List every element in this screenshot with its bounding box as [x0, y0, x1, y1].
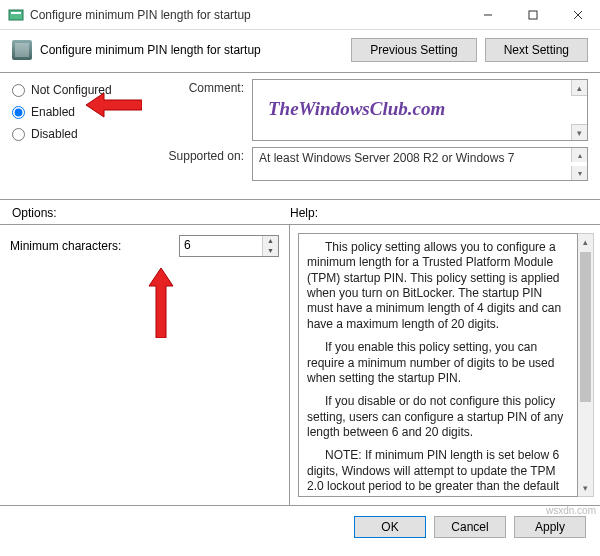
comment-label: Comment:	[167, 79, 252, 141]
help-p2: If you enable this policy setting, you c…	[307, 340, 569, 386]
policy-header-icon	[12, 40, 32, 60]
help-scroll-up[interactable]: ▴	[578, 234, 593, 250]
radio-enabled-label: Enabled	[31, 105, 75, 119]
help-p1: This policy setting allows you to config…	[307, 240, 569, 332]
supported-on-box: At least Windows Server 2008 R2 or Windo…	[252, 147, 588, 181]
policy-icon	[8, 7, 24, 23]
radio-not-configured-label: Not Configured	[31, 83, 112, 97]
comment-scroll-up[interactable]: ▴	[571, 80, 587, 96]
apply-button[interactable]: Apply	[514, 516, 586, 538]
radio-disabled-input[interactable]	[12, 128, 25, 141]
svg-rect-0	[9, 10, 23, 20]
minimum-characters-value[interactable]: 6	[180, 236, 262, 256]
maximize-button[interactable]	[510, 0, 555, 29]
policy-header-title: Configure minimum PIN length for startup	[40, 43, 351, 57]
help-scrollbar[interactable]: ▴ ▾	[578, 233, 594, 497]
supported-scroll-up[interactable]: ▴	[571, 148, 587, 162]
radio-not-configured-input[interactable]	[12, 84, 25, 97]
options-pane: Minimum characters: 6 ▲ ▼	[0, 225, 290, 505]
help-p4: NOTE: If minimum PIN length is set below…	[307, 448, 569, 497]
supported-label: Supported on:	[167, 147, 252, 181]
window-title: Configure minimum PIN length for startup	[30, 8, 465, 22]
help-p3: If you disable or do not configure this …	[307, 394, 569, 440]
ok-button[interactable]: OK	[354, 516, 426, 538]
supported-on-value: At least Windows Server 2008 R2 or Windo…	[259, 151, 514, 165]
minimize-button[interactable]	[465, 0, 510, 29]
close-button[interactable]	[555, 0, 600, 29]
policy-header: Configure minimum PIN length for startup…	[0, 30, 600, 73]
help-scroll-down[interactable]: ▾	[578, 480, 593, 496]
svg-rect-1	[11, 12, 21, 14]
svg-rect-3	[529, 11, 537, 19]
help-section-label: Help:	[290, 206, 318, 220]
radio-disabled-label: Disabled	[31, 127, 78, 141]
supported-scroll-down[interactable]: ▾	[571, 166, 587, 180]
section-labels: Options: Help:	[0, 199, 600, 225]
options-section-label: Options:	[12, 206, 290, 220]
cancel-button[interactable]: Cancel	[434, 516, 506, 538]
comment-scroll-down[interactable]: ▾	[571, 124, 587, 140]
minimum-characters-spinner[interactable]: 6 ▲ ▼	[179, 235, 279, 257]
radio-disabled[interactable]: Disabled	[12, 127, 167, 141]
dialog-footer: OK Cancel Apply	[0, 505, 600, 548]
spinner-up[interactable]: ▲	[263, 236, 278, 246]
spinner-down[interactable]: ▼	[263, 246, 278, 256]
titlebar: Configure minimum PIN length for startup	[0, 0, 600, 30]
help-text: This policy setting allows you to config…	[298, 233, 578, 497]
radio-enabled-input[interactable]	[12, 106, 25, 119]
minimum-characters-label: Minimum characters:	[10, 239, 179, 253]
help-scroll-thumb[interactable]	[580, 252, 591, 402]
radio-not-configured[interactable]: Not Configured	[12, 83, 167, 97]
help-scroll-track[interactable]	[578, 250, 593, 480]
help-pane: This policy setting allows you to config…	[290, 225, 600, 505]
radio-enabled[interactable]: Enabled	[12, 105, 167, 119]
previous-setting-button[interactable]: Previous Setting	[351, 38, 476, 62]
attribution-text: wsxdn.com	[546, 505, 596, 516]
comment-textarea[interactable]: ▴ ▾	[252, 79, 588, 141]
next-setting-button[interactable]: Next Setting	[485, 38, 588, 62]
